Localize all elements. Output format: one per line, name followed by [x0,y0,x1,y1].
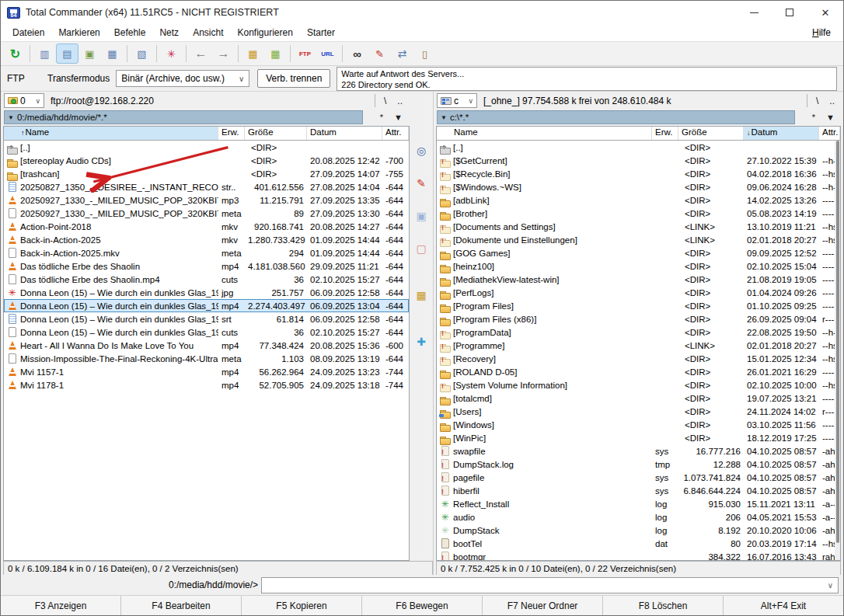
file-row[interactable]: bootTeldat8020.03.2019 17:14--hs [437,537,840,550]
file-row[interactable]: [adbLink]<DIR>14.02.2025 13:26---- [437,193,840,207]
file-row[interactable]: ![$Windows.~WS]<DIR>09.06.2024 16:28--h- [437,180,840,193]
right-drive-select[interactable]: c ∨ [437,93,477,108]
file-row[interactable]: [Brother]<DIR>05.08.2023 14:19---- [437,207,840,220]
menu-item-ansicht[interactable]: Ansicht [186,26,230,40]
file-row[interactable]: !swapfilesys16.777.21604.10.2025 08:57-a… [437,444,840,458]
file-row[interactable]: !bootmgr384.32216.07.2016 13:43rahs [437,550,840,560]
disconnect-button[interactable]: Verb. trennen [257,69,330,88]
file-row[interactable]: ↑[..]<DIR> [437,141,840,154]
left-history-button[interactable]: ▼ [389,113,408,122]
forward-button[interactable]: → [212,44,235,64]
file-row[interactable]: Donna Leon (15) – Wie durch ein dunkles … [4,325,409,339]
menu-item-markieren[interactable]: Markieren [51,26,106,40]
fkey-button-f7[interactable]: F7 Neuer Ordner [483,596,603,615]
new-folder-button[interactable]: ✚ [412,332,431,351]
menu-item-befehle[interactable]: Befehle [107,26,153,40]
column-header-erw[interactable]: Erw. [218,127,245,140]
file-row[interactable]: [Program Files (x86)]<DIR>26.09.2025 09:… [437,312,840,325]
file-row[interactable]: ✳Reflect_Installlog915.03015.11.2021 13:… [437,497,840,510]
fkey-button-f5[interactable]: F5 Kopieren [242,596,362,615]
file-row[interactable]: ✳DumpStacklog8.19220.10.2020 10:06-ah- [437,524,840,537]
transfer-mode-select[interactable]: Binär (Archive, doc usw.) ∨ [116,70,249,87]
column-header-name[interactable]: Name [451,127,652,140]
tree-view-button[interactable]: ▦ [101,44,124,64]
column-header-erw[interactable]: Erw. [652,127,678,140]
fkey-button-f4[interactable]: F4 Bearbeiten [121,596,242,615]
file-row[interactable]: [ROLAND D-05]<DIR>26.01.2021 16:29---- [437,365,840,378]
right-path-bar[interactable]: ▼ c:\*.* [437,110,795,124]
file-row[interactable]: [Users]<DIR>24.11.2024 14:02r--- [437,405,840,418]
left-root-button[interactable]: \ [378,95,392,107]
show-all-button[interactable]: ✳ [160,44,183,64]
file-row[interactable]: [PerfLogs]<DIR>01.04.2024 09:26---- [437,286,840,299]
pack-files-button[interactable]: ▦ [412,286,431,305]
column-header-attr[interactable]: Attr. [819,127,840,140]
file-row[interactable]: [Program Files]<DIR>01.10.2025 09:25---- [437,299,840,312]
file-row[interactable]: Heart - All I Wanna Do Is Make Love To Y… [4,339,409,352]
right-favorites-button[interactable]: * [807,113,821,122]
file-row[interactable]: !hiberfilsys6.846.644.22404.10.2025 08:5… [437,484,840,497]
view-file-button[interactable]: ◎ [412,141,431,160]
file-row[interactable]: Back-in-Action-2025mkv1.280.733.42901.09… [4,233,409,246]
column-header-gre[interactable]: Größe [678,127,744,140]
column-header-datum[interactable]: ↓Datum [744,127,819,140]
file-row[interactable]: Mission-Impossible-The-Final-Reckoning-4… [4,352,409,365]
right-root-button[interactable]: \ [811,95,824,107]
file-row[interactable]: ✳audiolog20604.05.2021 15:53-a-- [437,510,840,524]
left-favorites-button[interactable]: * [375,113,389,122]
move-file-button[interactable]: ▢ [412,239,431,258]
file-row[interactable]: Action-Point-2018mkv920.168.74120.08.202… [4,220,409,233]
copy-file-button[interactable]: ▣ [412,207,431,225]
multi-rename-button[interactable]: ✎ [368,44,391,64]
file-row[interactable]: Das tödliche Erbe des Shaolinmp44.181.03… [4,259,409,273]
file-row[interactable]: ![Recovery]<DIR>15.01.2025 12:34--hs [437,352,840,365]
close-button[interactable]: ✕ [807,1,843,24]
fkey-button-altf4[interactable]: Alt+F4 Exit [724,596,843,615]
file-row[interactable]: ![Dokumente und Einstellungen]<LINK>02.0… [437,233,840,246]
file-row[interactable]: Donna Leon (15) – Wie durch ein dunkles … [4,299,409,312]
maximize-button[interactable] [772,1,807,24]
file-row[interactable]: ![Programme]<LINK>02.01.2018 20:27--hs [437,339,840,352]
left-parent-button[interactable]: .. [392,95,408,107]
file-row[interactable]: ![System Volume Information]<DIR>02.10.2… [437,378,840,392]
file-row[interactable]: ![Documents and Settings]<LINK>13.10.201… [437,220,840,233]
column-header-datum[interactable]: Datum [307,127,382,140]
column-header-gre[interactable]: Größe [245,127,307,140]
file-row[interactable]: [WinPic]<DIR>18.12.2019 17:25---- [437,431,840,444]
left-drive-select[interactable]: 0 ∨ [4,93,44,108]
file-row[interactable]: ![$GetCurrent]<DIR>27.10.2022 15:39--h- [437,154,840,167]
file-row[interactable]: ↑[..]<DIR> [4,141,409,154]
fkey-button-f6[interactable]: F6 Bewegen [362,596,483,615]
file-row[interactable]: !pagefilesys1.073.741.82404.10.2025 08:5… [437,471,840,484]
fkey-button-f3[interactable]: F3 Anzeigen [1,596,121,615]
command-input[interactable]: ∨ [261,577,839,593]
clipboard-button[interactable]: ▯ [413,44,436,64]
search-button[interactable]: ∞ [346,44,368,64]
file-row[interactable]: Mvi 1157-1mp456.262.96424.09.2025 13:23-… [4,365,409,378]
right-parent-button[interactable]: .. [824,95,840,107]
column-header-name[interactable]: ↑Name [18,127,218,140]
vertical-scrollbar[interactable] [835,141,840,560]
file-row[interactable]: ✳Donna Leon (15) – Wie durch ein dunkles… [4,286,409,299]
column-header-attr[interactable]: Attr. [382,127,409,140]
file-row[interactable]: Mvi 1178-1mp452.705.90524.09.2025 13:18-… [4,378,409,392]
file-row[interactable]: 20250927_1330_-_MILED_MUSIC_POP_320KBIT_… [4,193,409,207]
refresh-button[interactable]: ↻ [4,44,26,64]
file-row[interactable]: Back-in-Action-2025.mkvmeta29401.09.2025… [4,246,409,259]
minimize-button[interactable] [736,1,772,24]
dir-tree-button[interactable]: ▧ [131,44,153,64]
brief-view-button[interactable]: ▥ [33,44,56,64]
file-row[interactable]: [Windows]<DIR>03.10.2025 11:56---- [437,418,840,431]
ftp-connect-button[interactable]: FTP [294,44,316,64]
menu-item-konfigurieren[interactable]: Konfigurieren [230,26,299,40]
edit-file-button[interactable]: ✎ [412,174,431,193]
menu-item-dateien[interactable]: Dateien [5,26,51,40]
menu-item-hilfe[interactable]: Hilfe [804,26,839,40]
menu-item-starter[interactable]: Starter [300,26,342,40]
file-row[interactable]: [stereoplay Audio CDs]<DIR>20.08.2025 12… [4,154,409,167]
file-row[interactable]: Donna Leon (15) – Wie durch ein dunkles … [4,312,409,325]
file-row[interactable]: ![ProgramData]<DIR>22.08.2025 19:50--h- [437,325,840,339]
full-view-button[interactable]: ▤ [56,44,78,64]
file-row[interactable]: [GOG Games]<DIR>09.09.2025 12:52---- [437,246,840,259]
file-row[interactable]: [MediathekView-latest-win]<DIR>21.08.201… [437,273,840,286]
